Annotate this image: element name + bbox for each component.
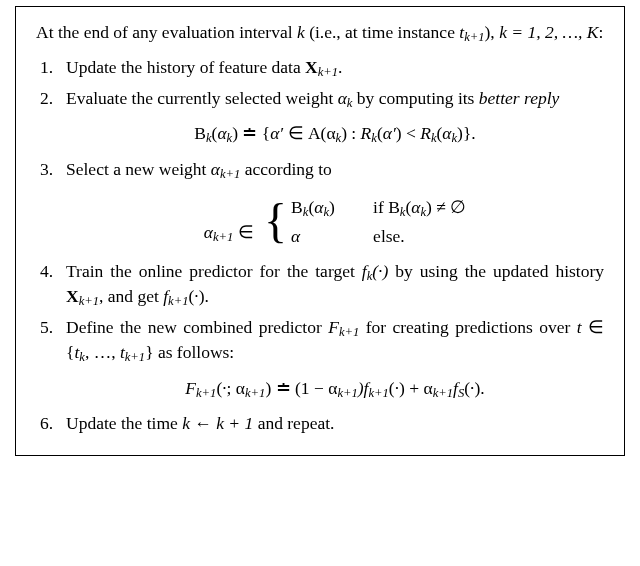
eq3-r2-else: else.: [373, 222, 405, 250]
s5-F: F: [328, 317, 339, 337]
s2-ak: α: [338, 88, 347, 108]
eq2-R1: R: [361, 123, 372, 143]
s5-dots: , …,: [85, 342, 120, 362]
eq3-r1-if: if B: [373, 197, 400, 217]
s5-a: Define the new combined predictor: [66, 317, 328, 337]
s4-a: Train the online predictor for the targe…: [66, 261, 362, 281]
eq2-open: {: [262, 123, 270, 143]
s6-arrow: ←: [190, 413, 216, 433]
s3-ak1-sub: k+1: [220, 167, 240, 181]
s4-Xsub: k+1: [79, 294, 99, 308]
eq5-doteq: ≐: [276, 378, 291, 398]
eq5-Fsub: k+1: [196, 386, 216, 400]
k-range: k = 1, 2, …, K: [499, 22, 598, 42]
eq2-Aclose: ) :: [341, 123, 360, 143]
eq2-doteq: ≐: [242, 123, 257, 143]
s5-b: for creating predic­tions over: [359, 317, 576, 337]
eq5-close: ): [265, 378, 275, 398]
eq5-r1sub: k+1: [337, 386, 357, 400]
eq2-lhs: B: [194, 123, 206, 143]
eq5-r1: (1 − α: [291, 378, 338, 398]
intro-d: :: [598, 22, 603, 42]
s6-k: k: [182, 413, 190, 433]
s6-b: and repeat.: [253, 413, 334, 433]
eq3: αk+1 ∈ { Bk(αk) if Bk(αk) ≠ ∅ α else.: [66, 193, 604, 250]
step-3: Select a new weight αk+1 according to αk…: [66, 158, 604, 250]
s4-b: by using the updated history: [388, 261, 604, 281]
eq2-lt: <: [402, 123, 421, 143]
eq2-ap: α′: [270, 123, 283, 143]
s1-b: .: [338, 57, 342, 77]
eq5-F: F: [185, 378, 196, 398]
s3-b: according to: [240, 159, 331, 179]
eq2-Rk1: k: [371, 132, 377, 146]
eq2-Rk2: k: [431, 132, 437, 146]
s6-k1: k + 1: [216, 413, 253, 433]
eq5-r3sub: k+1: [433, 386, 453, 400]
s1-X: X: [305, 57, 318, 77]
left-brace-icon: {: [264, 197, 287, 245]
eq5-r2: )f: [358, 378, 369, 398]
eq2-close: }.: [463, 123, 476, 143]
eq2-arg-sub: k: [227, 132, 233, 146]
eq3-lhs: α: [204, 221, 213, 241]
s2-a: Evaluate the currently selected weight: [66, 88, 338, 108]
s5-Fsub: k+1: [339, 325, 359, 339]
eq2-lhs-sub: k: [206, 132, 212, 146]
s5-tk1-sub: k+1: [125, 351, 145, 365]
s1-Xsub: k+1: [318, 65, 338, 79]
eq5-end: (·).: [464, 378, 484, 398]
eq5-arg: (·; α: [216, 378, 245, 398]
eq2-Aopen: (α: [321, 123, 336, 143]
step-2: Evaluate the currently selected weight α…: [66, 87, 604, 147]
s2-better: better reply: [479, 88, 560, 108]
step-4: Train the online predictor for the targe…: [66, 260, 604, 310]
s3-a: Select a new weight: [66, 159, 211, 179]
eq3-lhs-sub: k+1: [213, 229, 233, 243]
intro-b: (i.e., at time instance: [305, 22, 460, 42]
eq3-in: ∈: [233, 221, 258, 241]
eq2-A: A: [308, 123, 321, 143]
eq5: Fk+1(·; αk+1) ≐ (1 − αk+1)fk+1(·) + αk+1…: [66, 377, 604, 402]
var-k: k: [297, 22, 305, 42]
s5-close: } as follows:: [145, 342, 234, 362]
s3-ak1: α: [211, 159, 220, 179]
intro-a: At the end of any evaluation interval: [36, 22, 297, 42]
s4-fk-arg: (·): [372, 261, 388, 281]
eq2: Bk(αk) ≐ {α′ ∈ A(αk) : Rk(α′) < Rk(αk)}.: [66, 122, 604, 147]
s4-c: , and get: [99, 286, 163, 306]
eq3-ne: ≠ ∅: [432, 197, 466, 217]
s4-d: (·).: [188, 286, 208, 306]
step-5: Define the new combined predictor Fk+1 f…: [66, 316, 604, 401]
eq5-r2sub: k+1: [368, 386, 388, 400]
intro-text: At the end of any evaluation interval k …: [36, 21, 604, 46]
eq3-r1-B: B: [291, 197, 303, 217]
s2-b: by computing its: [352, 88, 478, 108]
eq5-r3: (·) + α: [389, 378, 433, 398]
eq2-arg: α: [217, 123, 226, 143]
var-t-sub: k+1: [464, 30, 484, 44]
s4-fk1-sub: k+1: [168, 294, 188, 308]
step-1: Update the history of feature data Xk+1.: [66, 56, 604, 81]
s4-X: X: [66, 286, 79, 306]
step-list: Update the history of feature data Xk+1.…: [36, 56, 604, 435]
eq3-r2-a: α: [291, 222, 355, 250]
s1-a: Update the history of feature data: [66, 57, 305, 77]
eq5-arg-sub: k+1: [245, 386, 265, 400]
step-6: Update the time k ← k + 1 and repeat.: [66, 412, 604, 436]
algorithm-box: At the end of any evaluation interval k …: [15, 6, 625, 456]
intro-c: ),: [485, 22, 500, 42]
eq2-in: ∈: [283, 123, 308, 143]
eq2-R2: R: [420, 123, 431, 143]
s6-a: Update the time: [66, 413, 182, 433]
